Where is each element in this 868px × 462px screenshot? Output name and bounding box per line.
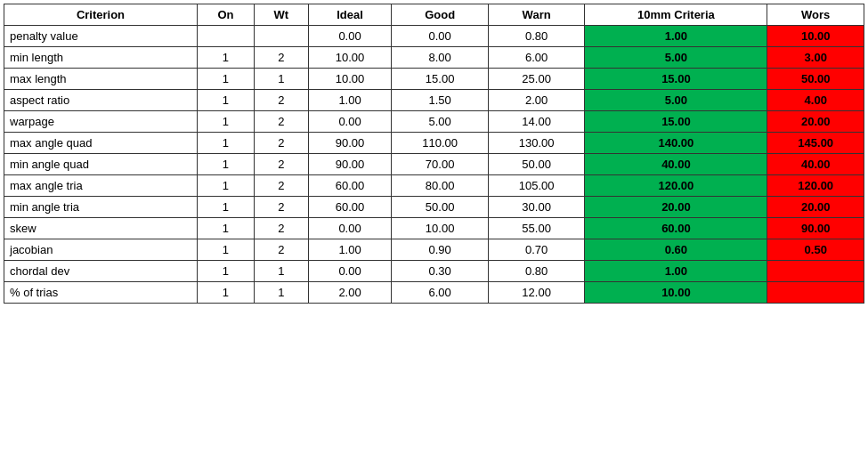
warn-cell: 12.00 [488, 282, 585, 304]
table-row: % of trias112.006.0012.0010.00 [4, 282, 864, 304]
green-criteria-cell: 140.00 [585, 133, 767, 154]
col-header-on: On [197, 4, 254, 26]
criterion-cell: skew [4, 218, 198, 239]
warn-cell: 6.00 [488, 47, 585, 69]
wt-cell: 2 [254, 90, 308, 111]
green-criteria-cell: 20.00 [585, 197, 767, 218]
wt-cell: 1 [254, 69, 308, 90]
table-row: aspect ratio121.001.502.005.004.00 [4, 90, 864, 111]
table-row: max length1110.0015.0025.0015.0050.00 [4, 69, 864, 90]
green-criteria-cell: 5.00 [585, 90, 767, 111]
red-criteria-cell: 40.00 [767, 154, 864, 175]
red-criteria-cell: 20.00 [767, 111, 864, 133]
ideal-cell: 0.00 [308, 261, 392, 282]
col-header-wt: Wt [254, 4, 308, 26]
green-criteria-cell: 10.00 [585, 282, 767, 304]
red-criteria-cell: 10.00 [767, 26, 864, 47]
red-criteria-cell: 120.00 [767, 175, 864, 197]
green-criteria-cell: 60.00 [585, 218, 767, 239]
green-criteria-cell: 40.00 [585, 154, 767, 175]
good-cell: 1.50 [392, 90, 489, 111]
ideal-cell: 10.00 [308, 47, 392, 69]
criterion-cell: max length [4, 69, 198, 90]
on-cell: 1 [197, 154, 254, 175]
on-cell: 1 [197, 47, 254, 69]
green-criteria-cell: 15.00 [585, 69, 767, 90]
on-cell: 1 [197, 111, 254, 133]
col-header-10mm: 10mm Criteria [585, 4, 767, 26]
warn-cell: 0.70 [488, 239, 585, 261]
warn-cell: 2.00 [488, 90, 585, 111]
green-criteria-cell: 1.00 [585, 26, 767, 47]
warn-cell: 0.80 [488, 26, 585, 47]
warn-cell: 50.00 [488, 154, 585, 175]
ideal-cell: 0.00 [308, 111, 392, 133]
red-criteria-cell [767, 282, 864, 304]
ideal-cell: 0.00 [308, 26, 392, 47]
red-criteria-cell: 4.00 [767, 90, 864, 111]
wt-cell [254, 26, 308, 47]
green-criteria-cell: 0.60 [585, 239, 767, 261]
good-cell: 6.00 [392, 282, 489, 304]
wt-cell: 2 [254, 175, 308, 197]
table-row: skew120.0010.0055.0060.0090.00 [4, 218, 864, 239]
good-cell: 50.00 [392, 197, 489, 218]
criterion-cell: min angle tria [4, 197, 198, 218]
ideal-cell: 60.00 [308, 175, 392, 197]
wt-cell: 2 [254, 218, 308, 239]
table-row: min angle tria1260.0050.0030.0020.0020.0… [4, 197, 864, 218]
table-row: warpage120.005.0014.0015.0020.00 [4, 111, 864, 133]
table-row: min length1210.008.006.005.003.00 [4, 47, 864, 69]
on-cell: 1 [197, 218, 254, 239]
good-cell: 110.00 [392, 133, 489, 154]
criterion-cell: jacobian [4, 239, 198, 261]
on-cell: 1 [197, 261, 254, 282]
wt-cell: 2 [254, 47, 308, 69]
criterion-cell: chordal dev [4, 261, 198, 282]
good-cell: 0.30 [392, 261, 489, 282]
good-cell: 10.00 [392, 218, 489, 239]
ideal-cell: 0.00 [308, 218, 392, 239]
criterion-cell: min length [4, 47, 198, 69]
on-cell: 1 [197, 197, 254, 218]
green-criteria-cell: 1.00 [585, 261, 767, 282]
table-row: min angle quad1290.0070.0050.0040.0040.0… [4, 154, 864, 175]
table-row: penalty value0.000.000.801.0010.00 [4, 26, 864, 47]
criterion-cell: max angle tria [4, 175, 198, 197]
on-cell: 1 [197, 90, 254, 111]
good-cell: 8.00 [392, 47, 489, 69]
good-cell: 15.00 [392, 69, 489, 90]
criterion-cell: penalty value [4, 26, 198, 47]
ideal-cell: 60.00 [308, 197, 392, 218]
good-cell: 0.00 [392, 26, 489, 47]
col-header-criterion: Criterion [4, 4, 198, 26]
wt-cell: 2 [254, 239, 308, 261]
warn-cell: 30.00 [488, 197, 585, 218]
green-criteria-cell: 15.00 [585, 111, 767, 133]
on-cell: 1 [197, 175, 254, 197]
on-cell: 1 [197, 282, 254, 304]
on-cell [197, 26, 254, 47]
on-cell: 1 [197, 239, 254, 261]
ideal-cell: 90.00 [308, 133, 392, 154]
red-criteria-cell: 145.00 [767, 133, 864, 154]
on-cell: 1 [197, 133, 254, 154]
wt-cell: 1 [254, 282, 308, 304]
warn-cell: 105.00 [488, 175, 585, 197]
table-body: penalty value0.000.000.801.0010.00min le… [4, 26, 864, 304]
warn-cell: 25.00 [488, 69, 585, 90]
table-row: max angle tria1260.0080.00105.00120.0012… [4, 175, 864, 197]
wt-cell: 1 [254, 261, 308, 282]
wt-cell: 2 [254, 133, 308, 154]
red-criteria-cell [767, 261, 864, 282]
warn-cell: 130.00 [488, 133, 585, 154]
criterion-cell: min angle quad [4, 154, 198, 175]
ideal-cell: 1.00 [308, 90, 392, 111]
col-header-warn: Warn [488, 4, 585, 26]
ideal-cell: 2.00 [308, 282, 392, 304]
green-criteria-cell: 5.00 [585, 47, 767, 69]
criterion-cell: max angle quad [4, 133, 198, 154]
criteria-table: Criterion On Wt Ideal Good Warn 10mm Cri… [4, 4, 864, 304]
red-criteria-cell: 0.50 [767, 239, 864, 261]
col-header-ideal: Ideal [308, 4, 392, 26]
